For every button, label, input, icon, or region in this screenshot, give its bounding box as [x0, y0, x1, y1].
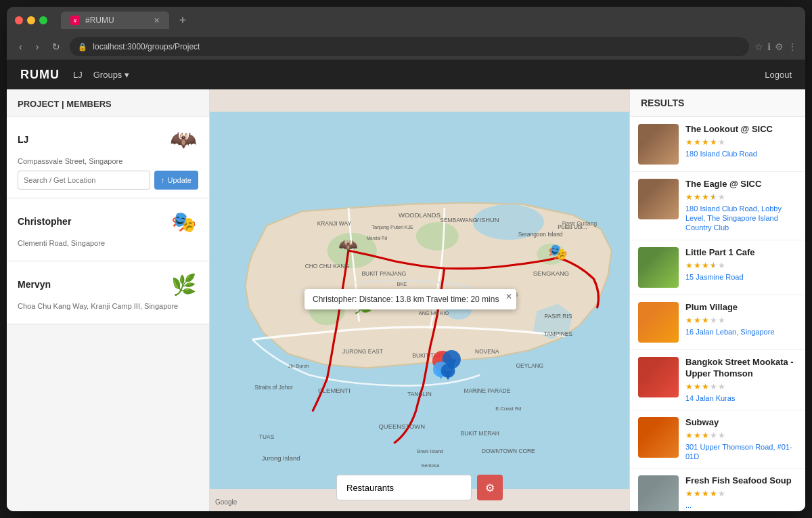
new-tab-button[interactable]: + [175, 12, 191, 28]
result-address: 301 Upper Thomson Road, #01-01D [685, 442, 797, 462]
star-filled: ★ [685, 489, 693, 498]
star-filled: ★ [710, 489, 717, 498]
result-item[interactable]: The Eagle @ SICC ★★★★★★ 180 Island Club … [630, 172, 805, 240]
svg-text:ANG MO KIO: ANG MO KIO [419, 310, 449, 316]
map-pin-lj: 🦇 [338, 236, 358, 255]
star-filled: ★ [694, 316, 701, 325]
result-name: Plum Village [685, 302, 797, 314]
result-info: Fresh Fish Seafood Soup ★★★★★ ... [685, 475, 797, 511]
star-filled: ★ [702, 431, 709, 440]
result-info: The Eagle @ SICC ★★★★★★ 180 Island Club … [685, 179, 797, 233]
maximize-window-button[interactable] [39, 16, 47, 24]
result-info: Bangkok Street Mookata - Upper Thomson ★… [685, 357, 797, 403]
star-filled: ★ [685, 137, 693, 147]
result-item[interactable]: Subway ★★★★★ 301 Upper Thomson Road, #01… [630, 410, 805, 469]
reload-button[interactable]: ↻ [48, 39, 64, 55]
member-header-mervyn: Mervyn 🌿 [18, 269, 198, 299]
svg-text:TANGLIN: TANGLIN [407, 391, 432, 397]
result-stars: ★★★★★★ [685, 192, 797, 202]
star-half: ★★ [710, 192, 717, 202]
upload-icon: ↑ [161, 176, 165, 184]
svg-text:WOODLANDS: WOODLANDS [399, 211, 441, 219]
result-info: Little Part 1 Cafe ★★★★★★ 15 Jasmine Roa… [685, 247, 797, 288]
svg-text:Straits of Johor: Straits of Johor [254, 384, 293, 391]
star-filled: ★ [694, 431, 701, 440]
star-filled: ★ [694, 382, 701, 391]
address-bar[interactable]: 🔒 localhost:3000/groups/Project [70, 37, 749, 56]
tab-close-button[interactable]: ✕ [154, 16, 160, 25]
active-tab[interactable]: # #RUMU ✕ [61, 12, 169, 29]
lock-icon: 🔒 [78, 43, 87, 51]
star-filled: ★ [702, 137, 709, 147]
svg-text:Mandai Rd: Mandai Rd [367, 236, 388, 240]
info-icon[interactable]: ℹ [767, 41, 771, 52]
star-filled: ★ [702, 489, 709, 498]
minimize-window-button[interactable] [27, 16, 35, 24]
logout-button[interactable]: Logout [765, 70, 792, 80]
member-address-lj: Compassvale Street, Singapore [18, 157, 198, 165]
avatar-lj: 🦇 [168, 125, 198, 154]
results-panel: RESULTS The Lookout @ SICC ★★★★★ 180 Isl… [629, 89, 805, 511]
star-empty: ★ [718, 382, 725, 391]
sidebar-title: PROJECT | MEMBERS [7, 89, 209, 116]
result-address: 15 Jasmine Road [685, 272, 797, 282]
location-row-lj: ↑ Update [18, 171, 198, 190]
batman-icon: 🦇 [170, 127, 197, 152]
svg-text:BUKIT PANJANG: BUKIT PANJANG [362, 270, 407, 277]
star-filled: ★ [694, 489, 701, 498]
sidebar: PROJECT | MEMBERS LJ 🦇 Compassvale Stree… [7, 89, 210, 511]
result-item[interactable]: Little Part 1 Cafe ★★★★★★ 15 Jasmine Roa… [630, 240, 805, 295]
svg-text:Tanjung Puteri: Tanjung Puteri [371, 224, 403, 230]
member-name-christopher: Christopher [18, 216, 71, 227]
update-button-lj[interactable]: ↑ Update [154, 171, 198, 190]
popup-close-button[interactable]: ✕ [505, 292, 512, 301]
forward-button[interactable]: › [32, 39, 43, 55]
nav-user[interactable]: LJ [73, 70, 83, 80]
app-header: RUMU LJ Groups ▾ Logout [7, 60, 805, 89]
result-address: 14 Jalan Kuras [685, 393, 797, 403]
member-address-mervyn: Choa Chu Kang Way, Kranji Camp III, Sing… [18, 302, 198, 310]
result-item[interactable]: The Lookout @ SICC ★★★★★ 180 Island Club… [630, 117, 805, 172]
result-thumbnail [638, 475, 679, 511]
svg-text:BKE: BKE [397, 281, 407, 287]
close-window-button[interactable] [15, 16, 23, 24]
star-filled: ★ [694, 261, 701, 270]
header-nav: LJ Groups ▾ [73, 70, 129, 80]
browser-navbar: ‹ › ↻ 🔒 localhost:3000/groups/Project ☆ … [7, 34, 805, 60]
back-button[interactable]: ‹ [15, 39, 26, 55]
svg-text:GEYLANG: GEYLANG [516, 362, 544, 369]
result-stars: ★★★★★ [685, 316, 797, 325]
result-name: Subway [685, 417, 797, 429]
app-logo: RUMU [20, 68, 60, 82]
svg-text:Pasir Gudang: Pasir Gudang [562, 220, 597, 227]
location-input-lj[interactable] [18, 171, 150, 190]
star-filled: ★ [685, 431, 693, 440]
map-popup: ✕ Christopher: Distance: 13.8 km Travel … [304, 289, 516, 309]
star-filled: ★ [702, 316, 709, 325]
result-item[interactable]: Bangkok Street Mookata - Upper Thomson ★… [630, 350, 805, 410]
app-container: RUMU LJ Groups ▾ Logout PROJECT | MEMBER… [7, 60, 805, 511]
extensions-icon[interactable]: ⚙ [775, 41, 784, 52]
member-card-mervyn: Mervyn 🌿 Choa Chu Kang Way, Kranji Camp … [7, 261, 209, 324]
category-select[interactable]: Restaurants Cafes Shopping Entertainment [336, 475, 472, 500]
result-item[interactable]: Plum Village ★★★★★ 16 Jalan Leban, Singa… [630, 295, 805, 350]
browser-titlebar: # #RUMU ✕ + [7, 7, 805, 34]
category-settings-button[interactable]: ⚙ [477, 475, 503, 500]
result-item[interactable]: Fresh Fish Seafood Soup ★★★★★ ... [630, 469, 805, 511]
avatar-christopher: 🎭 [168, 207, 198, 236]
google-watermark: Google [215, 498, 237, 506]
nav-groups[interactable]: Groups ▾ [93, 70, 130, 80]
svg-text:Jln Buroh: Jln Buroh [288, 363, 309, 369]
popup-text: Christopher: Distance: 13.8 km Travel ti… [313, 295, 508, 304]
category-bar: Restaurants Cafes Shopping Entertainment… [336, 475, 503, 500]
menu-icon[interactable]: ⋮ [788, 41, 797, 52]
star-empty: ★ [710, 316, 717, 325]
svg-text:Jurong Island: Jurong Island [262, 454, 300, 462]
member-header: LJ 🦇 [18, 125, 198, 154]
bookmark-icon[interactable]: ☆ [754, 41, 763, 52]
result-stars: ★★★★★ [685, 382, 797, 391]
svg-text:Sentosa: Sentosa [421, 462, 440, 469]
star-filled: ★ [694, 137, 701, 147]
star-half: ★★ [710, 261, 717, 270]
svg-text:QUEENSTOWN: QUEENSTOWN [378, 423, 425, 430]
